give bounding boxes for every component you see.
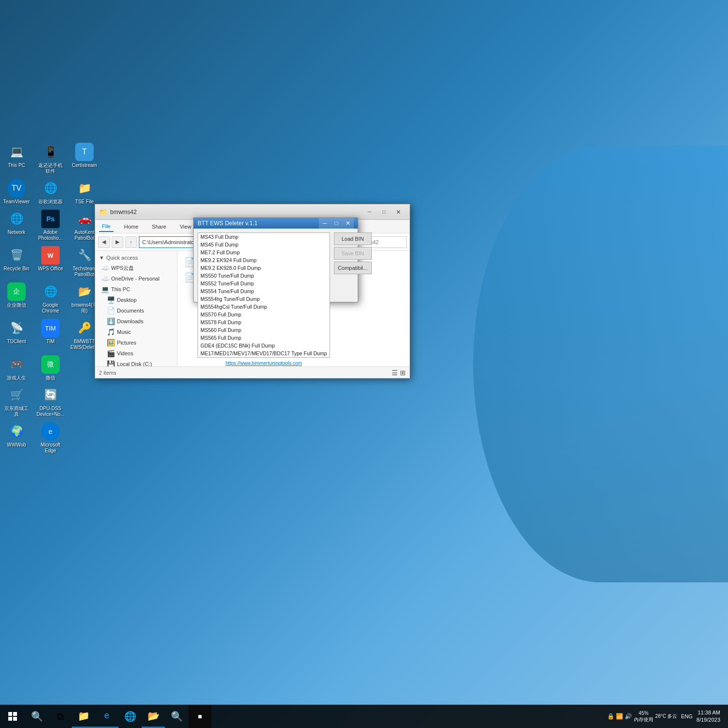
sidebar-quick-access-header[interactable]: ▼ Quick access xyxy=(95,253,177,262)
taskbar-edge[interactable]: e xyxy=(95,705,118,728)
dialog-link[interactable]: https://www.bimmertuningtools.com xyxy=(198,360,330,367)
desktop-icon-recycle-bin[interactable]: 🗑️ Recycle Bin xyxy=(0,244,33,280)
dialog-list-item[interactable]: MS550 Tune/Full Dump xyxy=(198,272,330,280)
dialog-minimize-btn[interactable]: ─ xyxy=(319,218,331,229)
taskbar-terminal[interactable]: ■ xyxy=(188,705,212,728)
close-button[interactable]: ✕ xyxy=(391,205,406,219)
tab-share[interactable]: Share xyxy=(149,222,169,232)
desktop-icon-weixin[interactable]: 微 微信 xyxy=(34,353,67,383)
update-label: DPU-DSSDevice+No... xyxy=(36,406,65,417)
desktop-icon-wechat-work[interactable]: 企 企业微信 xyxy=(0,281,33,316)
weixin-icon: 微 xyxy=(41,355,60,374)
desktop-icon-tool1[interactable]: 📱 返还还手机软件 xyxy=(34,141,67,176)
techsteam-icon: 🔧 xyxy=(75,246,94,265)
sidebar-item-this-pc[interactable]: 💻 This PC xyxy=(95,284,177,295)
maximize-button[interactable]: □ xyxy=(377,205,391,219)
sidebar-item-documents[interactable]: 📄 Documents xyxy=(95,305,177,316)
desktop-icon-chrome2[interactable]: 🌐 GoogleChrome xyxy=(34,281,67,316)
taskbar-explorer[interactable]: 📂 xyxy=(142,705,165,728)
svg-rect-2 xyxy=(8,717,12,721)
autokent-icon: 🚗 xyxy=(75,210,94,228)
file-explorer-title: bmwms42 xyxy=(110,209,137,215)
taskbar-file-manager[interactable]: 📁 xyxy=(72,705,95,728)
jd-icon: 🛒 xyxy=(7,386,26,404)
recycle-bin-label: Recycle Bin xyxy=(4,266,30,272)
desktop-icon-tsefile[interactable]: 📁 TSE File xyxy=(68,177,101,207)
list-view-button[interactable]: ☰ xyxy=(392,369,398,377)
minimize-button[interactable]: ─ xyxy=(362,205,377,219)
tool1-icon: 📱 xyxy=(41,143,60,161)
desktop-icon-wps[interactable]: W WPS Office xyxy=(34,244,67,280)
desktop-icon-update[interactable]: 🔄 DPU-DSSDevice+No... xyxy=(34,384,67,419)
dialog-list-item[interactable]: MS560 Full Dump xyxy=(198,326,330,334)
desktop-icon-tracker[interactable]: 📡 TDClient xyxy=(0,317,33,352)
desktop-icon-msedge[interactable]: e MicrosoftEdge xyxy=(34,420,67,456)
wps-label: WPS Office xyxy=(38,266,63,272)
desktop-icon-chrome[interactable]: 🌐 谷歌浏览器 xyxy=(34,177,67,207)
taskbar-search[interactable]: 🔍 xyxy=(25,705,49,728)
desktop-icon-this-pc[interactable]: 💻 This PC xyxy=(0,141,33,176)
start-button[interactable] xyxy=(0,705,25,728)
dialog-list-item[interactable]: MS554 Tune/Full Dump xyxy=(198,287,330,295)
desktop-icon-photoshop[interactable]: Ps AdobePhotosho... xyxy=(34,208,67,243)
sidebar-item-pictures[interactable]: 🖼️ Pictures xyxy=(95,337,177,348)
taskbar-search2[interactable]: 🔍 xyxy=(165,705,188,728)
tray-clock[interactable]: 11:38 AM 8/19/2023 xyxy=(696,709,724,724)
sidebar-item-desktop[interactable]: 🖥️ Desktop xyxy=(95,295,177,305)
this-pc-icon: 💻 xyxy=(7,143,26,161)
sidebar-item-onedrive[interactable]: ☁️ OneDrive - Personal xyxy=(95,273,177,284)
desktop-icon-teamviewer[interactable]: TV TeamViewer xyxy=(0,177,33,207)
status-text: 2 items xyxy=(99,370,116,376)
taskbar-task-view[interactable]: ⧉ xyxy=(49,705,72,728)
forward-button[interactable]: ▶ xyxy=(112,236,123,248)
dialog-list-item[interactable]: MS552 Tune/Full Dump xyxy=(198,280,330,287)
dialog-list-item[interactable]: MS578 Full Dump xyxy=(198,318,330,326)
wechat-work-label: 企业微信 xyxy=(7,302,26,308)
desktop-icon-tim[interactable]: TIM TIM xyxy=(34,317,67,352)
tim-label: TIM xyxy=(46,339,54,345)
up-button[interactable]: ↑ xyxy=(125,236,137,248)
sidebar-item-wps-cloud[interactable]: ☁️ WPS云盘 xyxy=(95,263,177,273)
tray-language[interactable]: ENG xyxy=(679,713,695,719)
load-bin-button[interactable]: Load BIN xyxy=(334,232,372,245)
sidebar-item-local-disk-c[interactable]: 💾 Local Disk (C:) xyxy=(95,359,177,366)
sidebar-item-music[interactable]: 🎵 Music xyxy=(95,327,177,337)
music-icon: 🎵 xyxy=(107,328,115,336)
sidebar-item-downloads[interactable]: ⬇️ Downloads xyxy=(95,316,177,327)
back-button[interactable]: ◀ xyxy=(98,236,110,248)
desktop-icon-jd[interactable]: 🛒 京东商城工具 xyxy=(0,384,33,419)
dialog-list-item[interactable]: ME9.2 EK924 Full Dump xyxy=(198,256,330,264)
dialog-list[interactable]: MS43 Full DumpMS45 Full DumpME7.2 Full D… xyxy=(198,232,330,358)
dialog-maximize-btn[interactable]: □ xyxy=(331,218,342,229)
jd-label: 京东商城工具 xyxy=(4,406,29,417)
tab-home[interactable]: Home xyxy=(121,222,141,232)
dialog-list-item[interactable]: MS43 Full Dump xyxy=(198,233,330,241)
taskbar-chrome[interactable]: 🌐 xyxy=(118,705,142,728)
dialog-list-item[interactable]: MS554hg Tune/Full Dump xyxy=(198,295,330,303)
dialog-list-item[interactable]: MS45 Full Dump xyxy=(198,241,330,248)
dialog-list-item[interactable]: ME7.2 Full Dump xyxy=(198,248,330,256)
dialog-list-item[interactable]: ME17/MED17/MEV17/MEVD17/BDC17 Type Full … xyxy=(198,349,330,357)
dialog-list-item[interactable]: MS554hgCsl Tune/Full Dump xyxy=(198,303,330,311)
tab-file[interactable]: File xyxy=(99,221,114,232)
desktop-icon-certistream[interactable]: T Certistream xyxy=(68,141,101,176)
desktop-icons-container: 💻 This PC 📱 返还还手机软件 T Certistream TV Tea… xyxy=(0,141,101,456)
dialog-list-item[interactable]: MS565 Full Dump xyxy=(198,334,330,342)
battery-status[interactable]: 45% 内存使用 xyxy=(634,710,653,723)
photoshop-icon: Ps xyxy=(41,210,60,228)
game-label: 游戏人生 xyxy=(7,375,26,381)
save-bin-button[interactable]: Save BIN xyxy=(334,247,372,260)
dialog-titlebar[interactable]: BTT EWS Deleter v.1.1 ─ □ ✕ xyxy=(194,218,358,229)
desktop-icon-wwwob[interactable]: 🌍 WWWob xyxy=(0,420,33,456)
desktop-icon-game[interactable]: 🎮 游戏人生 xyxy=(0,353,33,383)
tab-view[interactable]: View xyxy=(177,222,194,232)
grid-view-button[interactable]: ⊞ xyxy=(400,369,406,377)
dialog-close-btn[interactable]: ✕ xyxy=(342,218,354,229)
dialog-list-item[interactable]: MS570 Full Dump xyxy=(198,311,330,318)
desktop-icon-network[interactable]: 🌐 Network xyxy=(0,208,33,243)
dialog-list-item[interactable]: ME9.2 EK928.0 Full Dump xyxy=(198,264,330,272)
network-icon: 🌐 xyxy=(7,210,26,228)
sidebar-item-videos[interactable]: 🎬 Videos xyxy=(95,348,177,359)
dialog-list-item[interactable]: GDE4 (EDC15C BNk) Full Dump xyxy=(198,342,330,349)
compatibil-button[interactable]: Compatibil... xyxy=(334,262,372,274)
